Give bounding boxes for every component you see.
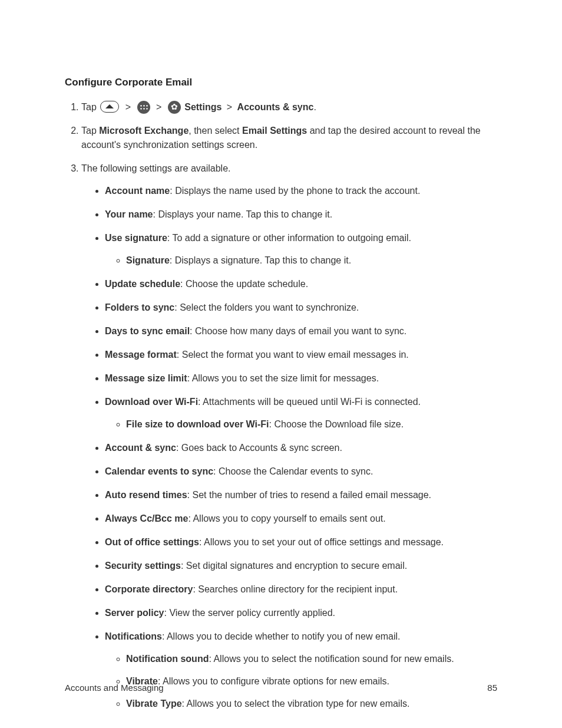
setting-desc: : Allows you to copy yourself to emails … bbox=[188, 513, 385, 523]
setting-sub-name: File size to download over Wi-Fi bbox=[126, 419, 269, 429]
setting-item: Message size limit: Allows you to set th… bbox=[105, 371, 497, 386]
setting-name: Message format bbox=[105, 350, 177, 360]
setting-item: Calendar events to sync: Choose the Cale… bbox=[105, 465, 497, 479]
setting-item: Message format: Select the format you wa… bbox=[105, 348, 497, 362]
setting-desc: : Select the format you want to view ema… bbox=[177, 350, 409, 360]
breadcrumb-separator: > bbox=[156, 102, 161, 112]
setting-name: Calendar events to sync bbox=[105, 466, 213, 476]
setting-desc: : Allows you to decide whether to notify… bbox=[162, 631, 401, 641]
setting-sub-list: File size to download over Wi-Fi: Choose… bbox=[105, 417, 497, 431]
breadcrumb-separator: > bbox=[227, 102, 232, 112]
setting-sub-list: Notification sound: Allows you to select… bbox=[105, 652, 497, 711]
setting-name: Server policy bbox=[105, 608, 164, 618]
accounts-sync-label: Accounts & sync bbox=[237, 102, 314, 112]
setting-name: Message size limit bbox=[105, 373, 187, 383]
setting-sub-name: Vibrate Type bbox=[126, 699, 182, 709]
setting-name: Auto resend times bbox=[105, 490, 187, 500]
step-2: Tap Microsoft Exchange, then select Emai… bbox=[81, 124, 497, 152]
setting-item: Server policy: View the server policy cu… bbox=[105, 606, 497, 620]
setting-desc: : Goes back to Accounts & sync screen. bbox=[176, 443, 342, 453]
settings-gear-icon: ✿ bbox=[168, 101, 181, 114]
setting-desc: : Choose the Calendar events to sync. bbox=[213, 466, 373, 476]
home-icon bbox=[100, 101, 119, 113]
setting-desc: : Attachments will be queued until Wi-Fi… bbox=[198, 397, 421, 407]
apps-icon bbox=[137, 101, 150, 114]
setting-item: Use signature: To add a signature or oth… bbox=[105, 231, 497, 268]
setting-name: Notifications bbox=[105, 631, 162, 641]
setting-item: Auto resend times: Set the number of tri… bbox=[105, 488, 497, 502]
setting-item: Folders to sync: Select the folders you … bbox=[105, 301, 497, 315]
setting-sub-item: Vibrate Type: Allows you to select the v… bbox=[126, 697, 497, 711]
setting-name: Security settings bbox=[105, 561, 181, 571]
settings-bullets: Account name: Displays the name used by … bbox=[81, 184, 497, 711]
setting-desc: : Allows you to set your out of office s… bbox=[199, 537, 444, 547]
setting-sub-item: Signature: Displays a signature. Tap thi… bbox=[126, 253, 497, 268]
section-heading: Configure Corporate Email bbox=[65, 77, 497, 88]
setting-item: Always Cc/Bcc me: Allows you to copy you… bbox=[105, 512, 497, 526]
setting-desc: : Select the folders you want to synchro… bbox=[174, 302, 359, 312]
setting-desc: : View the server policy currently appli… bbox=[164, 608, 336, 618]
setting-desc: : Choose how many days of email you want… bbox=[190, 326, 406, 336]
setting-sub-item: Notification sound: Allows you to select… bbox=[126, 652, 497, 666]
step2-ms-exchange: Microsoft Exchange bbox=[99, 126, 189, 136]
setting-item: Account & sync: Goes back to Accounts & … bbox=[105, 441, 497, 455]
setting-item: Account name: Displays the name used by … bbox=[105, 184, 497, 198]
setting-desc: : Searches online directory for the reci… bbox=[193, 584, 398, 594]
setting-sub-desc: : Allows you to select the notification … bbox=[209, 654, 454, 664]
setting-desc: : Choose the update schedule. bbox=[180, 279, 308, 289]
setting-item: Your name: Displays your name. Tap this … bbox=[105, 207, 497, 222]
setting-sub-desc: : Displays a signature. Tap this to chan… bbox=[170, 255, 351, 265]
step1-prefix: Tap bbox=[81, 102, 97, 112]
setting-item: Notifications: Allows you to decide whet… bbox=[105, 630, 497, 711]
footer-page-number: 85 bbox=[487, 683, 497, 693]
setting-name: Out of office settings bbox=[105, 537, 199, 547]
setting-item: Download over Wi-Fi: Attachments will be… bbox=[105, 395, 497, 431]
setting-name: Folders to sync bbox=[105, 302, 174, 312]
setting-name: Account name bbox=[105, 186, 170, 196]
setting-item: Update schedule: Choose the update sched… bbox=[105, 277, 497, 291]
setting-sub-name: Signature bbox=[126, 255, 170, 265]
page-footer: Accounts and Messaging 85 bbox=[65, 683, 497, 693]
setting-sub-name: Notification sound bbox=[126, 654, 209, 664]
setting-sub-desc: : Choose the Download file size. bbox=[269, 419, 404, 429]
setting-sub-list: Signature: Displays a signature. Tap thi… bbox=[105, 253, 497, 268]
setting-sub-desc: : Allows you to select the vibration typ… bbox=[182, 699, 410, 709]
setting-name: Account & sync bbox=[105, 443, 176, 453]
setting-desc: : Set the number of tries to resend a fa… bbox=[187, 490, 431, 500]
breadcrumb-separator: > bbox=[125, 102, 131, 112]
settings-label: Settings bbox=[184, 102, 222, 112]
step-3: The following settings are available. Ac… bbox=[81, 162, 497, 711]
setting-name: Use signature bbox=[105, 233, 167, 243]
step-1: Tap > > ✿ Settings > Accounts & sync. bbox=[81, 100, 497, 114]
setting-name: Download over Wi-Fi bbox=[105, 397, 198, 407]
step2-email-settings: Email Settings bbox=[242, 126, 307, 136]
steps-list: Tap > > ✿ Settings > Accounts & sync. Ta… bbox=[65, 100, 497, 711]
step3-intro: The following settings are available. bbox=[81, 163, 230, 173]
setting-name: Corporate directory bbox=[105, 584, 193, 594]
setting-item: Security settings: Set digital signature… bbox=[105, 559, 497, 573]
period: . bbox=[313, 102, 316, 112]
setting-name: Update schedule bbox=[105, 279, 180, 289]
setting-item: Days to sync email: Choose how many days… bbox=[105, 324, 497, 338]
setting-name: Always Cc/Bcc me bbox=[105, 513, 188, 523]
setting-desc: : Displays the name used by the phone to… bbox=[170, 186, 420, 196]
setting-item: Corporate directory: Searches online dir… bbox=[105, 582, 497, 597]
step2-text: Tap bbox=[81, 126, 99, 136]
footer-section: Accounts and Messaging bbox=[65, 683, 164, 693]
setting-desc: : Allows you to set the size limit for m… bbox=[187, 373, 379, 383]
setting-desc: : Set digital signatures and encryption … bbox=[181, 561, 407, 571]
step2-text: , then select bbox=[189, 126, 242, 136]
setting-sub-item: File size to download over Wi-Fi: Choose… bbox=[126, 417, 497, 431]
setting-name: Your name bbox=[105, 209, 153, 219]
setting-item: Out of office settings: Allows you to se… bbox=[105, 535, 497, 549]
setting-desc: : To add a signature or other informatio… bbox=[167, 233, 411, 243]
setting-name: Days to sync email bbox=[105, 326, 190, 336]
setting-desc: : Displays your name. Tap this to change… bbox=[153, 209, 333, 219]
